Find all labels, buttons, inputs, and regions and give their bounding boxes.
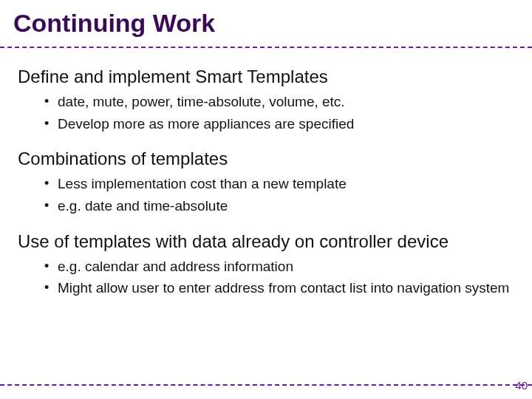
list-item: Less implementation cost than a new temp… [44, 173, 514, 195]
bullet-list: date, mute, power, time-absolute, volume… [18, 91, 514, 134]
bullet-list: Less implementation cost than a new temp… [18, 173, 514, 216]
slide-content: Define and implement Smart Templates dat… [0, 48, 532, 299]
slide-title: Continuing Work [0, 0, 532, 44]
list-item: Might allow user to enter address from c… [44, 277, 514, 299]
list-item: date, mute, power, time-absolute, volume… [44, 91, 514, 113]
list-item: Develop more as more appliances are spec… [44, 113, 514, 135]
section-head: Combinations of templates [18, 148, 514, 170]
section-head: Use of templates with data already on co… [18, 231, 514, 253]
list-item: e.g. date and time-absolute [44, 195, 514, 217]
section-head: Define and implement Smart Templates [18, 66, 514, 88]
page-number: 40 [515, 379, 528, 392]
bullet-list: e.g. calendar and address information Mi… [18, 256, 514, 299]
list-item: e.g. calendar and address information [44, 256, 514, 278]
divider-bottom [0, 384, 532, 386]
slide: Continuing Work Define and implement Sma… [0, 0, 532, 399]
